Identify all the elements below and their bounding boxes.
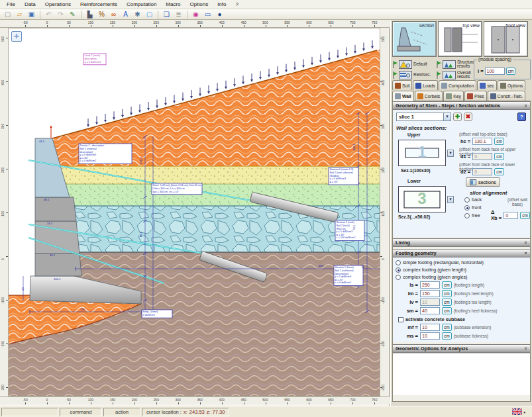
menu-info[interactable]: Info <box>213 1 230 8</box>
lower-section-preview[interactable]: 3 <box>398 186 446 212</box>
rock-label[interactable]: Stratum 2 (rock)Soil 2 (rock)(Roccia)γ =… <box>335 220 364 241</box>
footing-radio-complex[interactable]: complex footing (given angles) <box>396 274 530 280</box>
compute-button[interactable]: ✱ <box>132 10 143 19</box>
help-button[interactable]: ? <box>517 113 526 121</box>
toggle-reinforc-[interactable]: Reinforc. <box>392 70 436 80</box>
view-section-button[interactable]: section <box>392 21 437 57</box>
slice-dropdown[interactable]: slice 1 ▼ <box>396 113 451 121</box>
expand-icon: » <box>524 348 529 350</box>
subbase-ms-input[interactable] <box>420 332 440 340</box>
tab-soil[interactable]: Soil <box>392 80 412 90</box>
add-slice-button[interactable]: ✚ <box>453 113 462 121</box>
menu-[interactable]: ? <box>231 1 242 8</box>
svg-text:L/tot = 300 cm, L/s = 300 cm: L/tot = 300 cm, L/s = 300 cm <box>153 187 185 190</box>
footing-ls-unit-button[interactable]: cm <box>442 281 452 289</box>
monitor-button[interactable]: ▭ <box>202 10 213 19</box>
dxb-input[interactable] <box>504 212 518 219</box>
footing-label[interactable]: footg - (none)0 daN/cm2 <box>142 310 172 318</box>
svg-text:44.1: 44.1 <box>39 140 45 143</box>
tab-computation[interactable]: Computation <box>439 80 477 90</box>
subbase-mf-unit-button[interactable]: cm <box>442 324 452 331</box>
stratum2-label[interactable]: Stratum 2 (strato 2.2)Soil 2 (non cohesi… <box>329 167 358 185</box>
delete-slice-button[interactable]: ✖ <box>464 113 472 121</box>
d1-input[interactable] <box>472 153 492 160</box>
sections-button[interactable]: sections <box>466 177 500 187</box>
stem-section-header[interactable]: Geometry of Stem - Steps / Section varia… <box>393 101 530 110</box>
menu-macro[interactable]: Macro <box>162 1 184 8</box>
tab-options[interactable]: Options <box>498 80 525 90</box>
tab-corbels[interactable]: Corbels <box>415 91 443 101</box>
upper-section-dropdown[interactable]: ▼ <box>447 150 454 157</box>
redo-button[interactable]: ↷ <box>55 10 66 19</box>
view-top-button[interactable]: top view <box>438 21 482 57</box>
percent-tool-button[interactable]: % <box>96 10 107 19</box>
d2-input[interactable] <box>472 168 492 175</box>
module-spacing-unit-button[interactable]: cm <box>506 68 516 75</box>
footing-section-header[interactable]: Footing geometry » <box>393 249 530 257</box>
menu-options[interactable]: Options <box>186 1 213 8</box>
undo-button[interactable]: ↶ <box>43 10 54 19</box>
subbase-checkbox-row[interactable]: activate concrete subbase <box>398 316 530 322</box>
hc-unit-button[interactable]: cm <box>494 138 504 145</box>
module-spacing-input[interactable] <box>485 68 505 75</box>
footing-lv-unit-button[interactable]: cm <box>442 299 452 306</box>
globe-button[interactable]: ● <box>214 10 225 19</box>
align-radio-free[interactable]: free <box>464 212 482 218</box>
d2-unit-button[interactable]: cm <box>494 168 504 175</box>
color-options-button[interactable]: ◉ <box>190 10 201 19</box>
toggle-default[interactable]: Default <box>392 59 436 70</box>
menu-data[interactable]: Data <box>21 1 40 8</box>
svg-text:φ = 40°: φ = 40° <box>337 234 345 236</box>
upper-section-preview[interactable]: 1 <box>398 140 446 166</box>
soil1-label[interactable]: Terrain 1 - descriptionSoil 1 (nominalde… <box>79 144 132 164</box>
footing-ls-input[interactable] <box>420 281 440 289</box>
subbase-checkbox[interactable] <box>398 317 403 322</box>
footing-radio-simple[interactable]: simple footing (rectangular, horizontal) <box>396 259 530 265</box>
hc-input[interactable] <box>472 138 492 145</box>
save-button[interactable]: ▣ <box>26 10 37 19</box>
subbase-ms-unit-button[interactable]: cm <box>442 332 452 340</box>
tab-piles[interactable]: Piles <box>464 91 487 101</box>
axes-tool-button[interactable]: ✛ <box>11 31 22 42</box>
align-radio-back[interactable]: back <box>464 197 482 203</box>
footing-lv-input[interactable] <box>420 299 440 306</box>
tab-constrtieb[interactable]: Constr.-Tieb. <box>488 91 526 101</box>
wall-tool-button[interactable]: ▙ <box>84 10 95 19</box>
footing-radio-complex[interactable]: complex footing (given length) <box>396 267 530 273</box>
view-front-button[interactable]: front view <box>484 21 528 57</box>
tab-sec[interactable]: sec <box>477 80 497 90</box>
reinf-label[interactable]: Reinf. 5-47cm() (Diam 2.54 cm), Dist 30 … <box>152 183 202 195</box>
tab-loads[interactable]: Loads <box>413 80 438 90</box>
window-view-button[interactable]: ▢ <box>144 10 155 19</box>
tab-row-wall: WallCorbelsKeyPilesConstr.-Tieb. <box>392 91 531 101</box>
geo-options-header[interactable]: Geometric Options for Analysis » <box>393 344 530 353</box>
footing-lm-unit-button[interactable]: cm <box>442 290 452 297</box>
report-button[interactable]: ≣ <box>173 10 184 19</box>
menu-reinforcements[interactable]: Reinforcements <box>76 1 121 8</box>
menu-operations[interactable]: Operations <box>41 1 75 8</box>
footing-sm-input[interactable] <box>420 307 440 314</box>
lining-section-header[interactable]: Lining » <box>393 238 530 247</box>
menu-computation[interactable]: Computation <box>123 1 160 8</box>
text-tool-button[interactable]: A <box>120 10 131 19</box>
menu-file[interactable]: File <box>3 1 19 8</box>
new-file-button[interactable]: ▢ <box>2 10 13 19</box>
language-selector[interactable]: ▾ <box>512 408 525 415</box>
tab-key[interactable]: Key <box>443 91 464 101</box>
edit-data-button[interactable]: ✎ <box>67 10 78 19</box>
lower-section-dropdown[interactable]: ▼ <box>447 196 454 203</box>
subbase-mf-input[interactable] <box>420 324 440 331</box>
footing-sm-unit-button[interactable]: cm <box>442 307 452 314</box>
base-label[interactable]: Stratum 1 (base)Soil 1 (cohesive)(descri… <box>334 265 363 286</box>
cascade-windows-button[interactable]: ❏ <box>161 10 172 19</box>
align-radio-front[interactable]: front <box>464 205 482 210</box>
load-label[interactable]: Load 1 (none)descriptionq = 0 daN/cm2 <box>83 54 106 65</box>
footing-lm-input[interactable] <box>420 290 440 297</box>
binoculars-button[interactable]: ∞ <box>108 10 119 19</box>
ruler-top: -500501001502002503003504004505005506006… <box>0 20 390 28</box>
d1-unit-button[interactable]: cm <box>494 153 504 160</box>
open-folder-button[interactable]: ▱ <box>14 10 25 19</box>
dxb-unit-button[interactable]: cm <box>520 212 530 219</box>
drawing-canvas[interactable]: Load 1 (none)descriptionq = 0 daN/cm2Ter… <box>9 28 380 396</box>
tab-wall[interactable]: Wall <box>392 91 414 101</box>
